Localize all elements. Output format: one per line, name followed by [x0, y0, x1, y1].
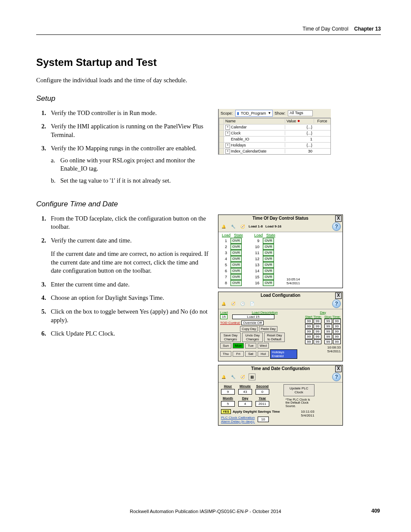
state-badge: OVR — [263, 244, 274, 250]
second-input[interactable]: 0 — [255, 389, 269, 395]
expand-icon[interactable]: + — [225, 143, 230, 148]
state-badge: OVR — [230, 238, 242, 244]
config-icon[interactable]: 🔧 — [230, 373, 237, 380]
day-button-mon[interactable]: Mon — [233, 343, 244, 348]
time-cell[interactable]: 99 — [305, 329, 313, 334]
time-cell[interactable]: 99 — [314, 334, 321, 339]
help-icon[interactable]: ? — [332, 299, 341, 308]
day-button-sat[interactable]: Sat — [245, 351, 256, 357]
reset-day-button[interactable]: Reset Day to Default — [264, 333, 285, 342]
minute-input[interactable]: 43 — [238, 389, 252, 395]
day-input[interactable]: 4 — [238, 401, 252, 407]
time-cell[interactable]: 99 — [333, 329, 341, 334]
close-icon[interactable]: X — [335, 215, 342, 222]
section-heading: System Startup and Test — [36, 56, 381, 68]
dst-toggle[interactable]: YES — [221, 409, 231, 414]
nav-icon[interactable]: 🧭 — [230, 300, 237, 307]
time-cell[interactable]: 99 — [314, 339, 321, 344]
day-button-wed[interactable]: Wed — [258, 343, 269, 348]
load-state-row: 6OVR — [222, 268, 243, 274]
load-state-row: 14OVR — [254, 268, 275, 274]
tod-control-field[interactable]: Override Off — [241, 320, 263, 325]
save-day-button[interactable]: Save Day Changes — [220, 333, 241, 342]
time-cell[interactable]: 99 — [324, 329, 332, 334]
tag-row[interactable]: +Index_CalendarDate 30 — [219, 149, 330, 154]
panel-title: Load Configuration — [261, 293, 300, 298]
time-cell[interactable]: 99 — [324, 339, 332, 344]
load-desc-field[interactable]: Load 15 — [232, 314, 274, 319]
calendar-icon[interactable]: 📄 — [249, 300, 255, 307]
calibration-input[interactable]: 10 — [258, 417, 269, 422]
nav-icon[interactable]: 🧭 — [239, 373, 246, 380]
time-cell[interactable]: 99 — [333, 319, 341, 324]
config-icon[interactable]: 🔧 — [230, 223, 237, 230]
calendar-icon[interactable]: ▦ — [249, 373, 255, 380]
day-button-fri[interactable]: Fri — [233, 351, 244, 357]
day-button-sun[interactable]: Sun — [220, 343, 231, 348]
load-state-row: 10OVR — [254, 244, 275, 250]
tag-row[interactable]: +Clock {...} — [219, 131, 330, 137]
undo-day-button[interactable]: Undo Day Changes — [242, 333, 263, 342]
tod-status-panel: Time Of Day Control Status X 🔔 🔧 🧭 Load … — [218, 215, 343, 288]
time-cell[interactable]: 99 — [333, 334, 341, 339]
running-header: Time of Day Control Chapter 13 — [36, 26, 381, 34]
alarm-icon[interactable]: 🔔 — [220, 373, 227, 380]
day-button-hol[interactable]: Hol — [258, 351, 269, 357]
year-input[interactable]: 2011 — [255, 401, 269, 407]
expand-icon[interactable]: + — [225, 149, 230, 154]
time-cell[interactable]: 99 — [333, 324, 341, 329]
col-force: Force — [314, 119, 330, 123]
clock-icon[interactable]: 🕒 — [239, 300, 246, 307]
load-9-16-button[interactable]: Load 9-16 — [265, 224, 281, 228]
help-icon[interactable]: ? — [332, 373, 341, 381]
time-cell[interactable]: 99 — [305, 324, 313, 329]
close-icon[interactable]: X — [335, 366, 342, 372]
tag-row[interactable]: Enable_IO 1 — [219, 137, 330, 143]
tag-row[interactable]: +Holidays {...} — [219, 143, 330, 149]
load-state-row: 13OVR — [254, 262, 275, 268]
load-1-8-button[interactable]: Load 1-8 — [249, 224, 263, 228]
cfg-step-5: Click on the box to toggle between Yes (… — [36, 308, 209, 324]
day-button-tue[interactable]: Tue — [245, 343, 256, 348]
update-plc-clock-button[interactable]: Update PLC Clock — [283, 384, 314, 396]
panel-title: Time Of Day Control Status — [252, 216, 308, 221]
tag-row[interactable]: +Calendar {...} — [219, 124, 330, 131]
load-state-row: 8OVR — [222, 280, 243, 286]
copy-day-button[interactable]: Copy Day — [240, 326, 258, 332]
paste-day-button[interactable]: Paste Day — [259, 326, 277, 332]
time-date-config-panel: Time and Date Configuration X 🔔 🔧 🧭 ▦ ? … — [218, 365, 343, 426]
scope-dropdown[interactable]: ▮ TOD_Program ▼ — [235, 110, 273, 117]
state-badge: OVR — [230, 256, 242, 262]
alarm-icon[interactable]: 🔔 — [220, 223, 227, 230]
help-icon[interactable]: ? — [332, 222, 341, 231]
load-state-row: 12OVR — [254, 256, 275, 262]
month-input[interactable]: 5 — [221, 401, 235, 407]
close-icon[interactable]: X — [335, 292, 342, 299]
state-badge: OVR — [230, 280, 242, 286]
time-cell[interactable]: 99 — [305, 319, 313, 324]
day-button-thu[interactable]: Thu — [220, 351, 231, 357]
load-state-row: 2OVR — [222, 244, 243, 250]
hour-input[interactable]: 9 — [221, 389, 235, 395]
time-cell[interactable]: 99 — [314, 319, 321, 324]
setup-step-3: Verify the IO Mapping rungs in the contr… — [36, 144, 209, 185]
show-filter-input[interactable]: All Tags — [288, 110, 313, 116]
cfg-note: If the current date and time are correct… — [51, 250, 209, 275]
loadcfg-date: 5/4/2011 — [305, 349, 341, 353]
time-cell[interactable]: 99 — [324, 324, 332, 329]
time-cell[interactable]: 99 — [305, 339, 313, 344]
time-cell[interactable]: 99 — [314, 324, 321, 329]
state-badge: OVR — [263, 280, 274, 286]
time-cell[interactable]: 99 — [333, 339, 341, 344]
time-cell[interactable]: 99 — [305, 334, 313, 339]
time-cell[interactable]: 99 — [324, 319, 332, 324]
load-number-field[interactable]: 15 — [220, 314, 227, 319]
holidays-enabled-button[interactable]: Holidays Enabled — [270, 349, 297, 359]
time-cell[interactable]: 99 — [324, 334, 332, 339]
time-cell[interactable]: 99 — [314, 329, 321, 334]
cfg-step-4: Choose an option for Daylight Savings Ti… — [36, 294, 209, 302]
expand-icon[interactable]: + — [225, 125, 230, 130]
nav-icon[interactable]: 🧭 — [239, 223, 246, 230]
expand-icon[interactable]: + — [225, 131, 230, 136]
alarm-icon[interactable]: 🔔 — [220, 300, 227, 307]
